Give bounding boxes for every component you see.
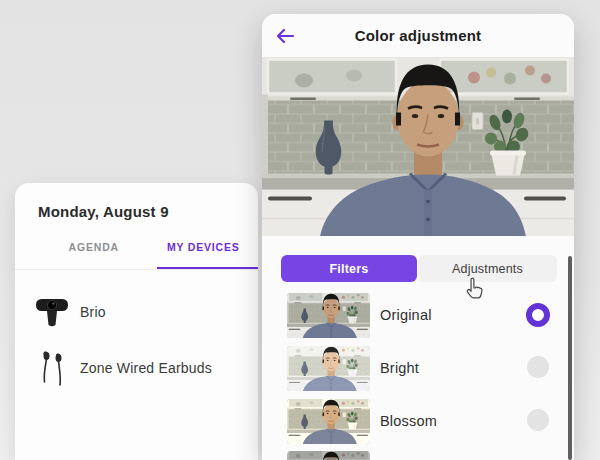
filter-row-bright[interactable]: Bright (262, 344, 574, 396)
webcam-icon (35, 294, 69, 330)
color-adjustment-panel: Color adjustment Filters Adjustments Ori… (262, 14, 574, 460)
camera-preview-image (262, 57, 574, 236)
device-row-brio[interactable]: Brio (15, 290, 258, 334)
tab-my-devices[interactable]: MY DEVICES (149, 227, 259, 267)
filter-thumbnail-original[interactable] (287, 293, 370, 338)
page-title: Color adjustment (262, 14, 574, 57)
filter-row-blossom[interactable]: Blossom (262, 397, 574, 449)
radio-blossom[interactable] (527, 409, 549, 431)
scrollbar[interactable] (568, 256, 572, 460)
filter-thumbnail-blossom[interactable] (287, 399, 370, 444)
filter-label: Blossom (380, 413, 437, 429)
tabs-divider (15, 269, 258, 270)
radio-original-selected[interactable] (526, 303, 550, 327)
color-adjustment-header: Color adjustment (262, 14, 574, 57)
device-row-zone-wired-earbuds[interactable]: Zone Wired Earbuds (15, 346, 258, 390)
camera-preview (262, 57, 574, 236)
filter-thumbnail-bright[interactable] (287, 346, 370, 391)
earbuds-icon (40, 348, 70, 392)
devices-panel: Monday, August 9 AGENDA MY DEVICES Brio (15, 183, 258, 460)
tab-adjustments[interactable]: Adjustments (418, 255, 557, 282)
device-name: Zone Wired Earbuds (80, 360, 212, 376)
date-heading: Monday, August 9 (38, 203, 169, 220)
filter-row-original[interactable]: Original (262, 291, 574, 343)
radio-bright[interactable] (527, 356, 549, 378)
tab-agenda[interactable]: AGENDA (39, 227, 149, 267)
device-name: Brio (80, 304, 106, 320)
tab-filters[interactable]: Filters (281, 255, 417, 282)
back-arrow-icon[interactable] (274, 26, 296, 46)
filter-label: Bright (380, 360, 419, 376)
filter-label: Original (380, 307, 432, 323)
filter-thumbnail-next-partial[interactable] (287, 451, 370, 460)
devices-panel-tabs: AGENDA MY DEVICES (15, 227, 258, 267)
